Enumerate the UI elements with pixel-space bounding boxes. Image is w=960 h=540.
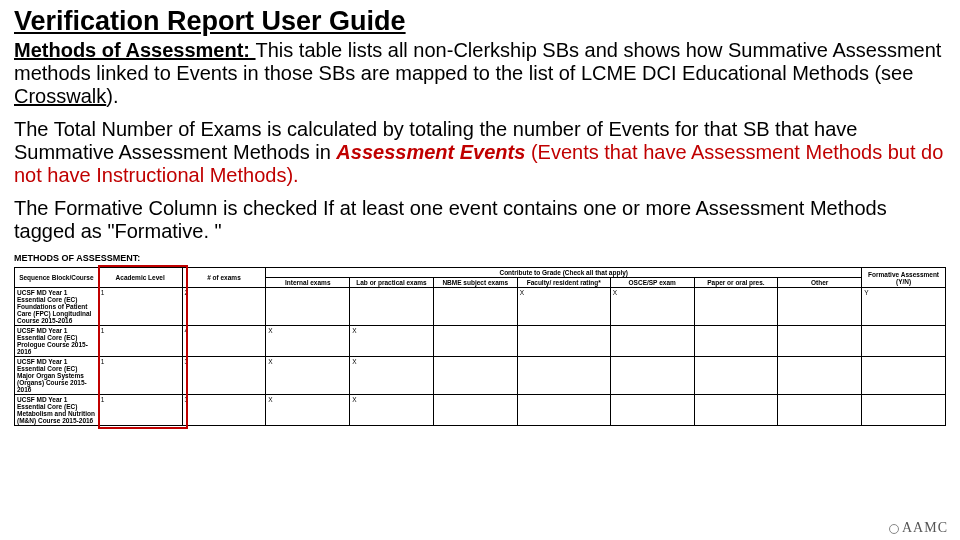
table-header-row-1: Sequence Block/Course Academic Level # o… bbox=[15, 268, 946, 278]
cell-c9 bbox=[694, 395, 778, 426]
table-row: UCSF MD Year 1 Essential Core (EC) Prolo… bbox=[15, 326, 946, 357]
cell-c10 bbox=[778, 357, 862, 395]
crosswalk-link[interactable]: Crosswalk bbox=[14, 85, 106, 107]
cell-c10 bbox=[778, 288, 862, 326]
cell-c6 bbox=[433, 357, 517, 395]
cell-c5 bbox=[350, 288, 434, 326]
cell-c9 bbox=[694, 288, 778, 326]
cell-c6 bbox=[433, 395, 517, 426]
cell-c9 bbox=[694, 357, 778, 395]
moa-label: Methods of Assessment: bbox=[14, 39, 256, 61]
para-total-exams: The Total Number of Exams is calculated … bbox=[14, 118, 946, 187]
cell-course: UCSF MD Year 1 Essential Core (EC) Found… bbox=[15, 288, 99, 326]
cell-c4: X bbox=[266, 357, 350, 395]
cell-exams: 4 bbox=[182, 326, 266, 357]
cell-level: 1 bbox=[98, 326, 182, 357]
cell-c8 bbox=[610, 357, 694, 395]
cell-c11 bbox=[862, 357, 946, 395]
cell-exams: 3 bbox=[182, 395, 266, 426]
para-formative: The Formative Column is checked If at le… bbox=[14, 197, 946, 243]
cell-c8 bbox=[610, 326, 694, 357]
col-osce-sp: OSCE/SP exam bbox=[610, 278, 694, 288]
cell-c4: X bbox=[266, 395, 350, 426]
table-row: UCSF MD Year 1 Essential Core (EC) Metab… bbox=[15, 395, 946, 426]
page: Verification Report User Guide Methods o… bbox=[0, 0, 960, 540]
cell-c9 bbox=[694, 326, 778, 357]
cell-level: 1 bbox=[98, 395, 182, 426]
cell-c6 bbox=[433, 288, 517, 326]
cell-c11 bbox=[862, 326, 946, 357]
cell-course: UCSF MD Year 1 Essential Core (EC) Prolo… bbox=[15, 326, 99, 357]
cell-c6 bbox=[433, 326, 517, 357]
cell-exams: 2 bbox=[182, 288, 266, 326]
cell-c11: Y bbox=[862, 288, 946, 326]
cell-c4 bbox=[266, 288, 350, 326]
table-row: UCSF MD Year 1 Essential Core (EC) Found… bbox=[15, 288, 946, 326]
cell-c5: X bbox=[350, 395, 434, 426]
col-academic-level: Academic Level bbox=[98, 268, 182, 288]
para1-body-b: ). bbox=[106, 85, 118, 107]
cell-c5: X bbox=[350, 326, 434, 357]
cell-c7 bbox=[517, 326, 610, 357]
para-methods-of-assessment: Methods of Assessment: This table lists … bbox=[14, 39, 946, 108]
page-title: Verification Report User Guide bbox=[14, 6, 946, 37]
cell-c7: X bbox=[517, 288, 610, 326]
col-formative: Formative Assessment (Y/N) bbox=[862, 268, 946, 288]
table-wrap: METHODS OF ASSESSMENT: Sequence Block/Co… bbox=[14, 253, 946, 426]
cell-c7 bbox=[517, 357, 610, 395]
col-internal-exams: Internal exams bbox=[266, 278, 350, 288]
cell-level: 1 bbox=[98, 288, 182, 326]
col-faculty-rating: Faculty/ resident rating* bbox=[517, 278, 610, 288]
cell-c8: X bbox=[610, 288, 694, 326]
col-lab-exams: Lab or practical exams bbox=[350, 278, 434, 288]
cell-c8 bbox=[610, 395, 694, 426]
table-row: UCSF MD Year 1 Essential Core (EC) Major… bbox=[15, 357, 946, 395]
col-group-contribute: Contribute to Grade (Check all that appl… bbox=[266, 268, 862, 278]
cell-exams: 3 bbox=[182, 357, 266, 395]
col-other: Other bbox=[778, 278, 862, 288]
cell-course: UCSF MD Year 1 Essential Core (EC) Major… bbox=[15, 357, 99, 395]
cell-c7 bbox=[517, 395, 610, 426]
cell-c4: X bbox=[266, 326, 350, 357]
cell-c10 bbox=[778, 395, 862, 426]
assessment-table: Sequence Block/Course Academic Level # o… bbox=[14, 267, 946, 426]
cell-course: UCSF MD Year 1 Essential Core (EC) Metab… bbox=[15, 395, 99, 426]
col-paper-oral: Paper or oral pres. bbox=[694, 278, 778, 288]
moa-table-header: METHODS OF ASSESSMENT: bbox=[14, 253, 946, 263]
col-sequence-block: Sequence Block/Course bbox=[15, 268, 99, 288]
cell-c11 bbox=[862, 395, 946, 426]
assessment-events-emph: Assessment Events bbox=[336, 141, 525, 163]
cell-level: 1 bbox=[98, 357, 182, 395]
col-num-exams: # of exams bbox=[182, 268, 266, 288]
cell-c10 bbox=[778, 326, 862, 357]
cell-c5: X bbox=[350, 357, 434, 395]
col-nbme-exams: NBME subject exams bbox=[433, 278, 517, 288]
aamc-logo: AAMC bbox=[889, 520, 948, 536]
